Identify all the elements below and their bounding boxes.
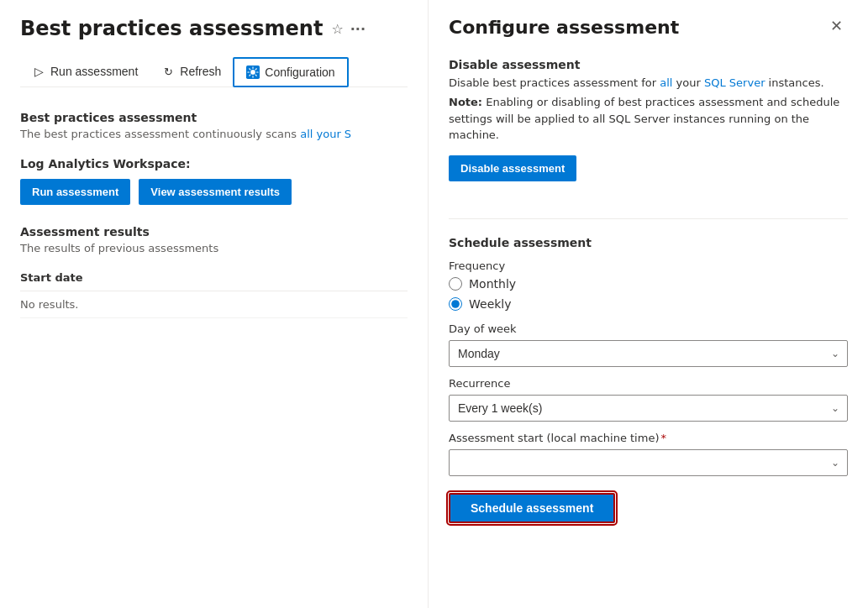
run-assessment-toolbar-button[interactable]: ▷ Run assessment [20, 58, 150, 86]
frequency-monthly-label: Monthly [469, 277, 516, 291]
log-analytics-label: Log Analytics Workspace: [20, 157, 408, 170]
best-practices-title: Best practices assessment [20, 111, 408, 124]
configuration-toolbar-label: Configuration [265, 66, 334, 79]
view-assessment-results-button[interactable]: View assessment results [139, 179, 292, 205]
page-title-text: Best practices assessment [20, 17, 323, 40]
toolbar: ▷ Run assessment ↻ Refresh Configuration [20, 57, 408, 87]
results-section: Assessment results The results of previo… [20, 225, 408, 318]
close-panel-button[interactable]: ✕ [825, 17, 848, 35]
ellipsis-icon[interactable]: ··· [350, 21, 366, 37]
schedule-button-wrapper: Schedule assessment [449, 493, 848, 523]
refresh-toolbar-button[interactable]: ↻ Refresh [150, 58, 233, 86]
panel-header: Configure assessment ✕ [449, 17, 848, 38]
page-title-icons: ☆ ··· [331, 21, 366, 37]
best-practices-desc: The best practices assessment continuous… [20, 128, 408, 140]
assessment-start-select[interactable] [449, 449, 848, 476]
run-assessment-toolbar-label: Run assessment [50, 65, 138, 78]
configuration-icon [246, 66, 260, 79]
page-title-row: Best practices assessment ☆ ··· [20, 17, 408, 40]
schedule-assessment-button[interactable]: Schedule assessment [449, 493, 615, 523]
svg-point-1 [251, 70, 255, 74]
assessment-start-select-wrapper: ⌄ [449, 449, 848, 476]
refresh-toolbar-label: Refresh [180, 65, 221, 78]
disable-assessment-button[interactable]: Disable assessment [449, 155, 576, 181]
action-buttons: Run assessment View assessment results [20, 179, 408, 205]
configuration-toolbar-button[interactable]: Configuration [233, 57, 348, 87]
frequency-weekly-label: Weekly [469, 297, 512, 311]
best-practices-section: Best practices assessment The best pract… [20, 111, 408, 140]
disable-section-title: Disable assessment [449, 58, 848, 71]
recurrence-select[interactable]: Every 1 week(s) Every 2 week(s) Every 3 … [449, 395, 848, 422]
results-no-results: No results. [20, 291, 408, 318]
day-of-week-select-wrapper: Monday Tuesday Wednesday Thursday Friday… [449, 340, 848, 367]
day-of-week-select[interactable]: Monday Tuesday Wednesday Thursday Friday… [449, 340, 848, 367]
frequency-weekly-option[interactable]: Weekly [449, 297, 848, 311]
star-icon[interactable]: ☆ [331, 21, 343, 37]
results-table-header: Start date [20, 265, 408, 291]
day-of-week-label: Day of week [449, 322, 848, 335]
left-panel: Best practices assessment ☆ ··· ▷ Run as… [0, 0, 429, 608]
section-divider [449, 218, 848, 219]
frequency-monthly-radio[interactable] [449, 277, 462, 291]
results-desc: The results of previous assessments [20, 242, 408, 254]
frequency-label: Frequency [449, 259, 848, 272]
refresh-icon: ↻ [161, 65, 175, 78]
disable-section: Disable assessment Disable best practice… [449, 58, 848, 202]
frequency-monthly-option[interactable]: Monthly [449, 277, 848, 291]
play-icon: ▷ [32, 65, 45, 78]
recurrence-label: Recurrence [449, 377, 848, 390]
required-indicator: * [660, 432, 666, 444]
disable-note: Note: Enabling or disabling of best prac… [449, 94, 848, 144]
results-title: Assessment results [20, 225, 408, 238]
schedule-section-title: Schedule assessment [449, 236, 848, 249]
recurrence-select-wrapper: Every 1 week(s) Every 2 week(s) Every 3 … [449, 395, 848, 422]
panel-title: Configure assessment [449, 17, 679, 38]
run-assessment-button[interactable]: Run assessment [20, 179, 130, 205]
schedule-section: Schedule assessment Frequency Monthly We… [449, 236, 848, 523]
right-panel: Configure assessment ✕ Disable assessmen… [429, 0, 868, 608]
frequency-weekly-radio[interactable] [449, 297, 462, 311]
frequency-radio-group: Monthly Weekly [449, 277, 848, 311]
assessment-start-label: Assessment start (local machine time)* [449, 432, 848, 444]
disable-section-desc: Disable best practices assessment for al… [449, 76, 848, 89]
